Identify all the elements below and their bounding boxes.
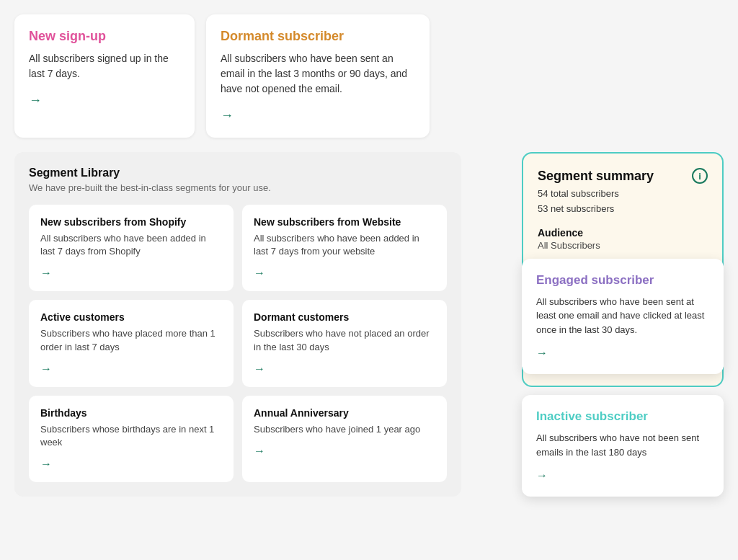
dormant-subscriber-description: All subscribers who have been sent an em… bbox=[221, 51, 415, 97]
dormant-subscriber-arrow[interactable]: → bbox=[221, 108, 415, 123]
segment-library-description: We have pre-built the best-in-class segm… bbox=[29, 182, 447, 193]
segment-item-website-arrow[interactable]: → bbox=[254, 267, 435, 280]
new-signup-arrow[interactable]: → bbox=[29, 93, 180, 108]
engaged-subscriber-description: All subscribers who have been sent at le… bbox=[536, 295, 709, 337]
segment-item-active-customers-title: Active customers bbox=[40, 311, 222, 323]
segment-item-dormant-customers-arrow[interactable]: → bbox=[254, 363, 435, 375]
segment-item-birthdays-arrow[interactable]: → bbox=[40, 458, 222, 471]
segment-item-shopify-arrow[interactable]: → bbox=[40, 267, 222, 280]
dormant-subscriber-card: Dormant subscriber All subscribers who h… bbox=[206, 14, 430, 138]
segment-item-anniversary-title: Annual Anniversary bbox=[254, 407, 435, 419]
info-icon[interactable]: i bbox=[692, 168, 708, 184]
segment-item-dormant-customers-desc: Subscribers who have not placed an order… bbox=[254, 327, 435, 353]
engaged-subscriber-card: Engaged subscriber All subscribers who h… bbox=[522, 259, 724, 375]
segment-item-active-customers-desc: Subscribers who have placed more than 1 … bbox=[40, 327, 222, 353]
segment-item-birthdays-desc: Subscribers whose birthdays are in next … bbox=[40, 423, 222, 449]
segment-item-birthdays-title: Birthdays bbox=[40, 407, 222, 419]
segment-item-website: New subscribers from Website All subscri… bbox=[242, 205, 447, 291]
engaged-subscriber-title: Engaged subscriber bbox=[536, 273, 709, 288]
segment-item-birthdays: Birthdays Subscribers whose birthdays ar… bbox=[29, 396, 234, 482]
segment-item-anniversary-arrow[interactable]: → bbox=[254, 445, 435, 458]
segment-item-anniversary-desc: Subscribers who have joined 1 year ago bbox=[254, 423, 435, 436]
net-subscribers: 53 net subscribers bbox=[538, 202, 708, 217]
new-signup-title: New sign-up bbox=[29, 29, 180, 44]
audience-value: All Subscribers bbox=[538, 240, 708, 251]
summary-counts: 54 total subscribers 53 net subscribers bbox=[538, 187, 708, 217]
segment-item-active-customers-arrow[interactable]: → bbox=[40, 363, 222, 375]
segment-grid: New subscribers from Shopify All subscri… bbox=[29, 205, 447, 482]
segment-item-dormant-customers-title: Dormant customers bbox=[254, 311, 435, 323]
segment-item-shopify-desc: All subscribers who have been added in l… bbox=[40, 232, 222, 258]
segment-item-shopify-title: New subscribers from Shopify bbox=[40, 216, 222, 228]
total-subscribers: 54 total subscribers bbox=[538, 187, 708, 202]
segment-library: Segment Library We have pre-built the be… bbox=[14, 152, 461, 497]
segment-item-dormant-customers: Dormant customers Subscribers who have n… bbox=[242, 300, 447, 386]
segment-library-title: Segment Library bbox=[29, 166, 447, 179]
engaged-subscriber-arrow[interactable]: → bbox=[536, 347, 709, 360]
segment-item-website-desc: All subscribers who have been added in l… bbox=[254, 232, 435, 258]
segment-summary-title: Segment summary bbox=[538, 169, 654, 184]
new-signup-description: All subscribers signed up in the last 7 … bbox=[29, 51, 180, 81]
inactive-subscriber-arrow[interactable]: → bbox=[536, 469, 709, 482]
dormant-subscriber-title: Dormant subscriber bbox=[221, 29, 415, 44]
segment-item-website-title: New subscribers from Website bbox=[254, 216, 435, 228]
inactive-subscriber-title: Inactive subscriber bbox=[536, 409, 709, 424]
segment-item-shopify: New subscribers from Shopify All subscri… bbox=[29, 205, 234, 291]
inactive-subscriber-card: Inactive subscriber All subscribers who … bbox=[522, 395, 724, 497]
new-signup-card: New sign-up All subscribers signed up in… bbox=[14, 14, 195, 138]
segment-item-anniversary: Annual Anniversary Subscribers who have … bbox=[242, 396, 447, 482]
inactive-subscriber-description: All subscribers who have not been sent e… bbox=[536, 431, 709, 459]
audience-label: Audience bbox=[538, 227, 708, 239]
segment-item-active-customers: Active customers Subscribers who have pl… bbox=[29, 300, 234, 386]
